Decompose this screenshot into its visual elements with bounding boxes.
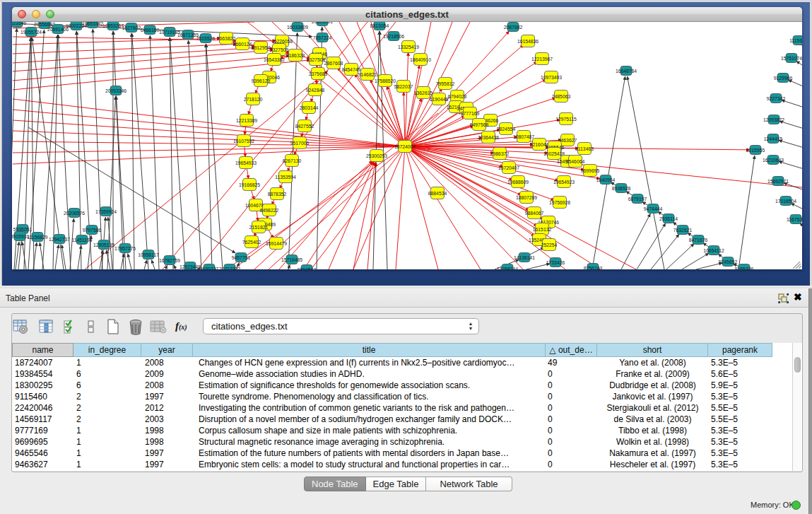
svg-text:1244415: 1244415 [764,136,783,141]
svg-text:20206576: 20206576 [64,211,85,216]
svg-text:2803144: 2803144 [300,105,319,110]
svg-text:20801001: 20801001 [312,22,333,24]
svg-text:3824554: 3824554 [497,127,516,132]
svg-text:20053346: 20053346 [105,88,126,93]
svg-text:12213389: 12213389 [236,118,257,123]
svg-text:8756743: 8756743 [584,266,603,270]
svg-text:1640954: 1640954 [596,177,616,182]
svg-text:15226058: 15226058 [271,39,293,44]
svg-text:2151821: 2151821 [249,225,269,230]
svg-text:8471676: 8471676 [689,238,708,243]
svg-text:17359924: 17359924 [95,209,117,214]
svg-text:19166825: 19166825 [239,182,260,187]
svg-text:16033809: 16033809 [287,25,308,30]
svg-text:18640910: 18640910 [410,57,431,62]
svg-text:1115675: 1115675 [789,38,802,43]
svg-text:7663822: 7663822 [217,36,236,41]
svg-text:1527602: 1527602 [122,25,141,30]
svg-text:7986372: 7986372 [490,151,510,156]
svg-text:10973493: 10973493 [541,75,562,80]
svg-text:18724007: 18724007 [394,144,416,149]
svg-text:16210643: 16210643 [763,158,784,163]
svg-text:5935051: 5935051 [13,227,33,232]
svg-text:10853267: 10853267 [102,23,124,28]
svg-text:9227342: 9227342 [767,96,786,101]
svg-text:9884067: 9884067 [525,211,544,216]
svg-text:8938928: 8938928 [612,186,631,191]
svg-text:6794028: 6794028 [448,94,467,99]
svg-text:16648784: 16648784 [616,69,637,74]
svg-text:8454749: 8454749 [342,67,361,72]
svg-text:3375685: 3375685 [309,71,328,76]
svg-text:16914479: 16914479 [266,241,287,246]
svg-text:15751074: 15751074 [781,56,802,61]
svg-text:9155336: 9155336 [735,267,754,270]
svg-text:12942737: 12942737 [49,237,70,242]
svg-text:17588520: 17588520 [375,78,396,83]
svg-text:9699695: 9699695 [581,168,600,173]
svg-text:12923448: 12923448 [180,264,201,269]
svg-text:15720407: 15720407 [498,165,519,170]
svg-text:9242848: 9242848 [306,88,325,93]
svg-text:252254: 252254 [541,243,558,247]
svg-text:18807289: 18807289 [516,195,537,200]
svg-text:2087682: 2087682 [504,25,523,30]
svg-text:7632621: 7632621 [673,228,693,233]
svg-text:8813054: 8813054 [370,23,389,28]
svg-text:19218506: 19218506 [383,34,404,39]
svg-text:14136141: 14136141 [514,255,535,260]
svg-text:8660124: 8660124 [233,42,252,47]
svg-text:9327509: 9327509 [270,47,289,52]
svg-text:20364436: 20364436 [478,135,499,140]
svg-text:2718120: 2718120 [244,97,263,102]
svg-text:8884534: 8884534 [428,191,447,196]
svg-text:16671355: 16671355 [177,33,199,37]
svg-text:1615132: 1615132 [533,227,552,232]
svg-text:1362615: 1362615 [414,90,433,95]
svg-text:20712342: 20712342 [219,267,240,270]
svg-text:12975115: 12975115 [555,117,577,122]
svg-text:6466160: 6466160 [141,28,160,33]
svg-text:15716485: 15716485 [281,257,302,262]
svg-text:8912954: 8912954 [252,45,271,50]
svg-text:11353594: 11353594 [275,175,296,180]
svg-text:16543382: 16543382 [264,57,285,62]
svg-text:17957275: 17957275 [114,246,136,251]
svg-text:7955812: 7955812 [436,81,455,86]
svg-text:16154836: 16154836 [517,39,539,44]
svg-text:9694563: 9694563 [298,267,317,270]
svg-text:8427552: 8427552 [295,124,314,129]
svg-text:12905135: 12905135 [93,243,114,247]
svg-text:2935114: 2935114 [659,216,678,221]
svg-text:19055724: 19055724 [20,30,42,35]
svg-text:9457791: 9457791 [232,255,251,260]
svg-text:9546064: 9546064 [566,159,585,164]
svg-text:2867608: 2867608 [324,61,343,66]
svg-text:19654923: 19654923 [553,180,575,185]
svg-text:9797586: 9797586 [83,228,102,233]
svg-text:8878352: 8878352 [268,192,287,197]
svg-text:16782759: 16782759 [159,258,180,263]
svg-text:7485063: 7485063 [552,94,571,99]
svg-text:6879197: 6879197 [628,197,647,201]
svg-text:6498222: 6498222 [260,208,279,213]
svg-text:11156829: 11156829 [27,235,47,240]
svg-text:7515526: 7515526 [196,36,216,41]
svg-text:6497568: 6497568 [470,122,489,127]
svg-text:8267130: 8267130 [283,158,302,163]
svg-text:19653342: 19653342 [82,22,103,26]
svg-text:25300293: 25300293 [366,153,387,158]
svg-text:11451194: 11451194 [71,238,92,243]
svg-text:14058244: 14058244 [497,267,518,270]
svg-text:10958117: 10958117 [138,252,159,257]
svg-text:8215955: 8215955 [746,148,765,153]
svg-text:2223546: 2223546 [12,22,26,25]
svg-text:9146821: 9146821 [358,72,377,77]
svg-text:12093872: 12093872 [763,117,784,122]
svg-text:19654933: 19654933 [235,160,257,165]
svg-text:16107552: 16107552 [233,139,254,144]
svg-text:19756928: 19756928 [549,200,570,205]
svg-text:10654112: 10654112 [703,248,724,253]
svg-text:12213967: 12213967 [531,57,553,62]
svg-text:7625402: 7625402 [242,240,261,245]
